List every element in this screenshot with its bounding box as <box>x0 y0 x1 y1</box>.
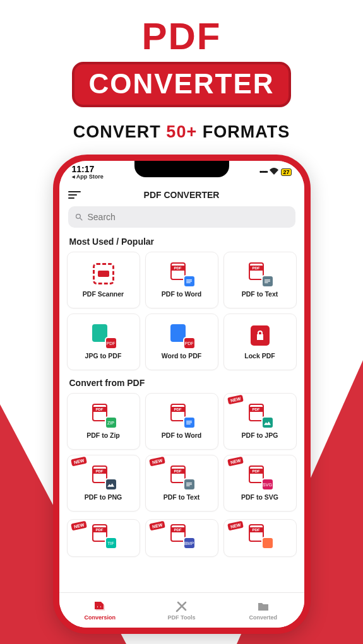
section-convert-title: Convert from PDF <box>69 378 294 388</box>
scanner-icon <box>93 263 114 284</box>
nav-label: PDF Tools <box>168 614 196 621</box>
content-scroll[interactable]: Most Used / Popular PDF Scanner <box>59 234 304 592</box>
new-badge: NEW <box>227 457 244 467</box>
pdf-overlay-icon: PDF <box>105 337 117 349</box>
grid-popular: PDF Scanner PDF to Word <box>67 252 297 370</box>
battery-indicator: 27 <box>281 168 291 176</box>
nav-label: Conversion <box>84 614 116 621</box>
new-badge: NEW <box>71 521 87 531</box>
nav-converted[interactable]: Converted <box>222 593 304 628</box>
svg-rect-3 <box>265 279 270 280</box>
svg-rect-2 <box>186 282 191 283</box>
hero-sub-pre: CONVERT <box>73 122 167 141</box>
svg-rect-11 <box>186 485 190 486</box>
image-icon <box>261 416 274 429</box>
word-doc-icon <box>183 275 196 288</box>
svg-rect-8 <box>186 423 191 424</box>
svg-icon: SVG <box>261 478 274 491</box>
bmp-icon: BMP <box>183 537 196 549</box>
card-label: PDF to SVG <box>241 493 278 501</box>
hero-sub-accent: 50+ <box>166 122 197 141</box>
card-jpg-to-pdf[interactable]: PDF JPG to PDF <box>67 313 140 370</box>
search-input[interactable] <box>88 212 289 222</box>
svg-rect-5 <box>265 282 268 283</box>
hero-title-pdf: PDF <box>0 18 363 56</box>
card-pdf-to-zip[interactable]: ZIP PDF to Zip <box>67 393 140 450</box>
nav-conversion[interactable]: Conversion <box>59 593 141 628</box>
word-doc-icon <box>183 416 196 429</box>
tools-icon <box>174 600 188 613</box>
nav-label: Converted <box>249 614 278 621</box>
card-pdf-to-png[interactable]: NEW PDF to PNG <box>67 455 140 512</box>
zip-icon: ZIP <box>105 416 117 429</box>
card-pdf-to-text-2[interactable]: NEW PDF to Text <box>145 455 218 512</box>
hero-banner: PDF CONVERTER CONVERT 50+ FORMATS <box>0 0 363 142</box>
hero-subtitle: CONVERT 50+ FORMATS <box>0 122 363 142</box>
cellular-icon: ••••• <box>259 168 268 175</box>
card-label: PDF to Word <box>162 431 201 439</box>
image-icon <box>105 478 117 491</box>
lock-icon <box>251 325 270 346</box>
search-icon <box>74 213 84 222</box>
grid-convert-2: NEW TIF NEW BMP NEW <box>67 519 297 557</box>
card-lock-pdf[interactable]: Lock PDF <box>223 313 297 370</box>
card-pdf-to-word-2[interactable]: PDF to Word <box>145 393 218 450</box>
hero-title-converter: CONVERTER <box>72 62 290 107</box>
card-partial-3[interactable]: NEW <box>223 519 297 557</box>
new-badge: NEW <box>227 521 244 531</box>
svg-rect-7 <box>186 422 192 423</box>
search-bar[interactable] <box>68 206 295 228</box>
svg-rect-10 <box>186 484 192 484</box>
card-label: JPG to PDF <box>85 352 122 360</box>
card-pdf-scanner[interactable]: PDF Scanner <box>67 252 140 308</box>
new-badge: NEW <box>71 457 87 467</box>
card-label: PDF to PNG <box>85 493 122 501</box>
card-partial-bmp[interactable]: NEW BMP <box>145 519 218 557</box>
pdf-overlay-icon: PDF <box>183 337 196 349</box>
card-pdf-to-svg[interactable]: NEW SVG PDF to SVG <box>223 455 297 512</box>
app-header: PDF CONVERTER <box>59 187 304 205</box>
bottom-nav: Conversion PDF Tools Converted <box>59 592 304 628</box>
section-popular-title: Most Used / Popular <box>69 237 294 247</box>
file-overlay-icon <box>261 537 274 549</box>
card-label: Lock PDF <box>244 352 275 360</box>
text-file-icon <box>261 275 274 288</box>
text-file-icon <box>183 478 196 491</box>
phone-notch <box>134 161 229 177</box>
folder-icon <box>256 600 270 613</box>
status-back-link[interactable]: ◂ App Store <box>72 174 104 180</box>
new-badge: NEW <box>149 457 165 467</box>
card-label: PDF to Text <box>164 493 200 501</box>
tif-icon: TIF <box>105 537 117 549</box>
new-badge: NEW <box>227 395 244 405</box>
card-label: PDF to Text <box>242 290 278 298</box>
card-label: Word to PDF <box>162 352 201 360</box>
svg-rect-4 <box>265 281 270 281</box>
new-badge: NEW <box>149 521 165 531</box>
card-word-to-pdf[interactable]: PDF Word to PDF <box>145 313 218 370</box>
card-label: PDF to Word <box>162 290 201 298</box>
svg-rect-1 <box>186 281 192 281</box>
hero-sub-post: FORMATS <box>197 122 290 141</box>
grid-convert-1: ZIP PDF to Zip PDF to Word <box>67 393 297 512</box>
card-label: PDF to Zip <box>86 431 120 439</box>
card-pdf-to-jpg[interactable]: NEW PDF to JPG <box>223 393 297 450</box>
phone-frame: 11:17 ◂ App Store ••••• 27 PDF CONVERTER <box>53 155 311 634</box>
nav-pdf-tools[interactable]: PDF Tools <box>141 593 222 628</box>
card-pdf-to-text[interactable]: PDF to Text <box>223 252 297 308</box>
card-partial-tif[interactable]: NEW TIF <box>67 519 140 557</box>
card-pdf-to-word[interactable]: PDF to Word <box>145 252 218 308</box>
app-title: PDF CONVERTER <box>68 190 295 200</box>
svg-rect-6 <box>186 421 192 421</box>
svg-rect-0 <box>186 279 192 280</box>
svg-rect-9 <box>186 483 192 483</box>
conversion-icon <box>93 600 107 613</box>
card-label: PDF to JPG <box>242 431 278 439</box>
status-time: 11:17 <box>72 165 104 174</box>
wifi-icon <box>270 167 278 177</box>
card-label: PDF Scanner <box>83 290 124 298</box>
